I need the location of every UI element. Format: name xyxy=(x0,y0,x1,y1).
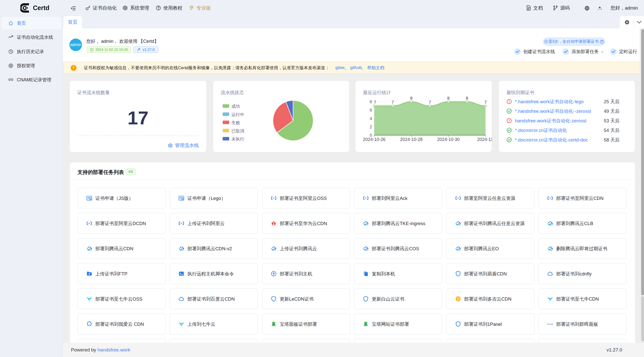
svg-text:2024-11-0: 2024-11-0 xyxy=(477,137,492,142)
svg-text:7: 7 xyxy=(391,100,394,105)
svg-text:未执行: 未执行 xyxy=(231,137,244,141)
svg-text:2024-10-28: 2024-10-28 xyxy=(400,137,423,142)
svg-text:7: 7 xyxy=(484,100,487,105)
svg-text:运行中: 运行中 xyxy=(231,112,244,117)
svg-text:失败: 失败 xyxy=(231,120,240,125)
svg-text:7: 7 xyxy=(374,100,376,105)
svg-text:已取消: 已取消 xyxy=(231,129,244,133)
svg-text:2: 2 xyxy=(370,125,372,129)
svg-text:6: 6 xyxy=(370,108,372,113)
svg-text:8: 8 xyxy=(410,96,412,101)
svg-text:2024-10-30: 2024-10-30 xyxy=(437,137,460,142)
svg-text:8: 8 xyxy=(466,96,468,101)
svg-text:8: 8 xyxy=(447,96,450,101)
svg-text:8: 8 xyxy=(370,99,372,104)
svg-text:4: 4 xyxy=(370,116,372,121)
svg-text:2024-10-26: 2024-10-26 xyxy=(363,137,386,142)
svg-text:7: 7 xyxy=(429,100,431,105)
svg-text:成功: 成功 xyxy=(231,104,240,109)
